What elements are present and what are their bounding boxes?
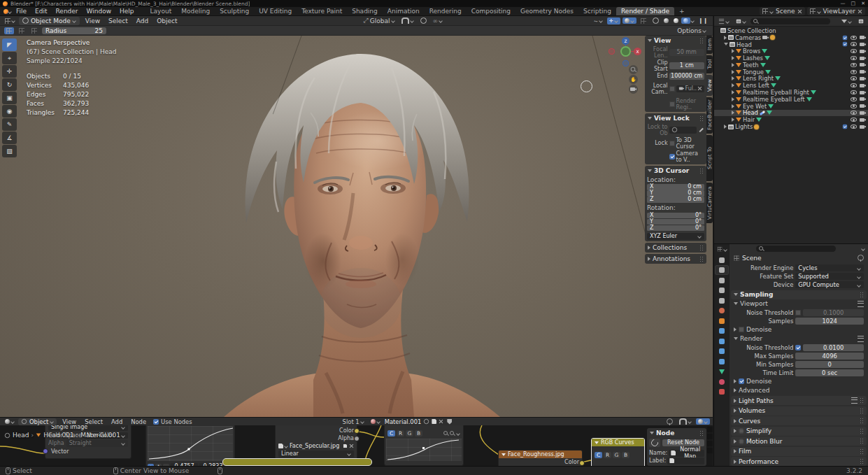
- properties-tab-constraints[interactable]: [716, 357, 728, 366]
- sidebar-tab-virtucamera[interactable]: VirtuCamera: [706, 183, 713, 223]
- clip-start-field[interactable]: 1 cm: [669, 62, 704, 69]
- hide-eye-icon[interactable]: [851, 125, 857, 129]
- expand-arrow-icon[interactable]: [732, 97, 734, 101]
- image-settings-node[interactable]: Single Image Color Space Non-Color Alpha…: [45, 425, 131, 459]
- sidebar-tab-facebuilder[interactable]: FaceBuilder: [706, 97, 713, 134]
- local-camera-checkbox[interactable]: [669, 86, 675, 92]
- lock-3d-cursor-checkbox[interactable]: [669, 141, 675, 146]
- rgb-curves-channel-b[interactable]: B: [622, 452, 629, 458]
- outliner-row-head[interactable]: Head: [714, 110, 868, 117]
- shader-sidebar-tab[interactable]: [707, 448, 713, 453]
- outliner-row-brows[interactable]: Brows: [714, 48, 868, 55]
- interpolation-dropdown[interactable]: Linear: [278, 451, 354, 458]
- prop-field-render-engine[interactable]: Cycles: [795, 264, 864, 271]
- outliner-filter-id[interactable]: [734, 18, 748, 24]
- rotation-order-dropdown[interactable]: XYZ Euler: [647, 233, 704, 240]
- reset-node-button[interactable]: Reset Node: [662, 439, 704, 446]
- properties-tab-world[interactable]: [716, 306, 728, 315]
- vector-input-socket[interactable]: [43, 448, 48, 454]
- outliner-row-lens-right[interactable]: Lens Right: [714, 76, 868, 83]
- prop-field-time-limit[interactable]: 0 sec: [795, 369, 864, 376]
- sidebar-tab-tool[interactable]: Tool: [706, 55, 713, 73]
- zoom-out-icon[interactable]: [450, 431, 455, 436]
- hide-eye-icon[interactable]: [851, 90, 857, 94]
- outliner-search-input[interactable]: [750, 18, 830, 24]
- workspace-tab-geometry-nodes[interactable]: Geometry Nodes: [515, 7, 578, 15]
- hide-eye-icon[interactable]: [851, 118, 857, 122]
- render-region-checkbox[interactable]: [669, 101, 675, 107]
- gizmo-x-neg-axis[interactable]: [609, 48, 615, 55]
- hide-eye-icon[interactable]: [851, 83, 857, 87]
- outliner-row-hair[interactable]: Hair: [714, 116, 868, 123]
- rgb-curves-channel-g[interactable]: G: [613, 452, 620, 458]
- expand-arrow-icon[interactable]: [732, 63, 734, 67]
- properties-options-chevron[interactable]: [862, 247, 865, 250]
- workspace-tab-shading[interactable]: Shading: [347, 7, 383, 15]
- expand-arrow-icon[interactable]: [732, 83, 734, 87]
- local-camera-field[interactable]: Ful..: [676, 85, 704, 92]
- rgb-curves-node-header[interactable]: RGB Curves: [592, 439, 644, 446]
- section-volumes[interactable]: Volumes: [731, 406, 867, 416]
- tool-annotate[interactable]: ✎: [2, 118, 17, 131]
- prop-field-min-samples[interactable]: 0: [795, 361, 864, 368]
- xray-toggle[interactable]: [639, 17, 648, 24]
- section-film[interactable]: Film: [731, 447, 867, 456]
- exclude-checkbox[interactable]: [843, 125, 847, 129]
- shader-menu-add[interactable]: Add: [107, 418, 127, 425]
- hide-eye-icon[interactable]: [851, 36, 857, 40]
- expand-arrow-icon[interactable]: [732, 111, 734, 115]
- render-noise-threshold-checkbox[interactable]: [795, 345, 801, 350]
- viewport-menu-object[interactable]: Object: [152, 17, 181, 24]
- outliner-display-mode[interactable]: [716, 17, 732, 25]
- render-noise-threshold-field[interactable]: 0.0100: [803, 344, 864, 351]
- viewlayer-unlink-icon[interactable]: [858, 9, 862, 14]
- outliner-row-lashes[interactable]: Lashes: [714, 55, 868, 62]
- shader-pin-button[interactable]: [664, 418, 675, 425]
- section-performance[interactable]: Performance: [731, 457, 867, 466]
- sidebar-tab-item[interactable]: Item: [706, 36, 713, 54]
- disable-render-icon[interactable]: [860, 56, 866, 61]
- prop-field-device[interactable]: GPU Compute: [795, 281, 864, 288]
- properties-search-input[interactable]: [756, 246, 836, 252]
- properties-tab-material[interactable]: [716, 378, 728, 386]
- expand-arrow-icon[interactable]: [732, 104, 734, 108]
- workspace-tab-scripting[interactable]: Scripting: [578, 7, 616, 15]
- disable-render-icon[interactable]: [860, 111, 866, 115]
- use-nodes-toggle[interactable]: Use Nodes: [153, 418, 192, 425]
- show-overlays-toggle[interactable]: [622, 17, 636, 24]
- brush-toggle[interactable]: [4, 27, 14, 34]
- outliner-row-realtime-eyeball-left[interactable]: Realtime Eyeball Left: [714, 96, 868, 103]
- tool-measure[interactable]: ∡: [2, 132, 17, 144]
- rgb-curves-node[interactable]: RGB Curves CRGB: [591, 438, 645, 466]
- sidebar-tab-script-to-button[interactable]: Script To Button: [706, 135, 713, 181]
- menu-edit[interactable]: Edit: [31, 8, 51, 15]
- viewport-noise-threshold-field[interactable]: 0.1000: [803, 309, 864, 316]
- shader-snap-toggle[interactable]: [677, 418, 694, 425]
- alpha-dropdown[interactable]: Straight: [66, 440, 128, 447]
- outliner-new-collection-button[interactable]: [856, 18, 866, 24]
- mini-curves-channel-g[interactable]: G: [406, 430, 413, 437]
- editor-type-button[interactable]: [3, 17, 17, 24]
- render-denoise-checkbox[interactable]: [739, 378, 744, 384]
- shader-sidebar-tab[interactable]: [707, 434, 713, 439]
- outliner-row-head[interactable]: Head: [714, 41, 868, 48]
- refresh-icon[interactable]: [649, 439, 660, 447]
- radius-slider[interactable]: Radius 25: [42, 27, 106, 34]
- color-output-socket[interactable]: [354, 428, 360, 434]
- material-icon-button[interactable]: [369, 418, 383, 425]
- section-checkbox[interactable]: [739, 429, 744, 434]
- roughness-color-output-socket[interactable]: [579, 460, 585, 466]
- eyedropper-icon[interactable]: [698, 127, 704, 133]
- shader-menu-view[interactable]: View: [58, 418, 80, 425]
- exclude-checkbox[interactable]: [843, 35, 847, 39]
- outliner-row-lights[interactable]: Lights: [714, 123, 868, 130]
- view-lock-header[interactable]: View Lock: [645, 113, 706, 123]
- cursor-location-z[interactable]: Z0 cm: [647, 197, 704, 203]
- maximize-button[interactable]: □: [851, 1, 856, 6]
- cursor-rotation-z[interactable]: Z0°: [647, 225, 704, 232]
- expand-arrow-icon[interactable]: [732, 56, 734, 60]
- workspace-tab-modeling[interactable]: Modeling: [176, 7, 215, 15]
- expand-arrow-icon[interactable]: [732, 49, 734, 53]
- properties-tab-physics[interactable]: [716, 347, 728, 355]
- snap-toggle[interactable]: [399, 17, 416, 24]
